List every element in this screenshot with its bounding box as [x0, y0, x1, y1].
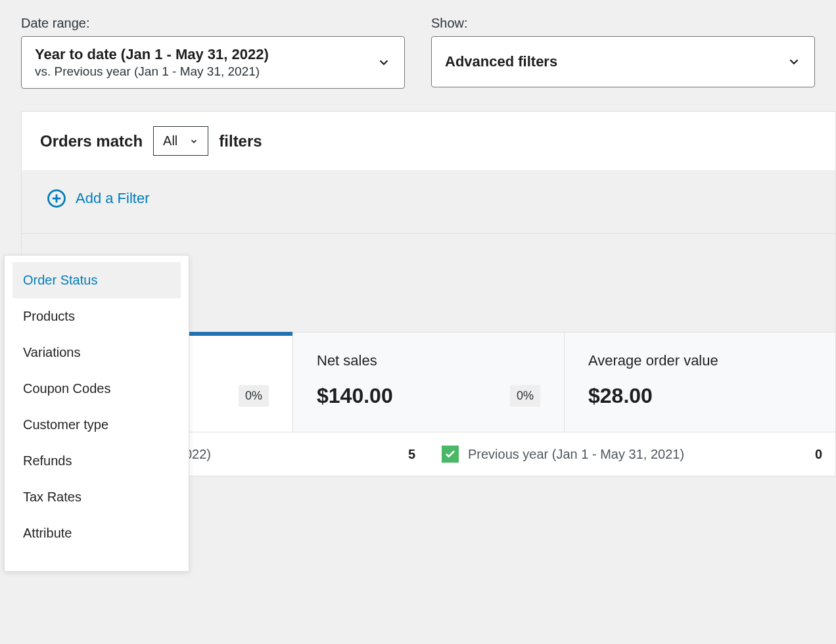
stat-title: Net sales: [317, 352, 540, 369]
show-value: Advanced filters: [445, 53, 557, 70]
chevron-down-icon: [189, 137, 198, 146]
match-mode-value: All: [163, 133, 177, 149]
filter-menu-item-coupon-codes[interactable]: Coupon Codes: [12, 371, 181, 407]
match-mode-select[interactable]: All: [153, 126, 208, 156]
chevron-down-icon: [787, 55, 801, 69]
show-dropdown[interactable]: Advanced filters: [431, 36, 815, 87]
filter-menu-item-variations[interactable]: Variations: [12, 334, 181, 371]
filter-menu-item-attribute[interactable]: Attribute: [12, 515, 181, 551]
compare-previous-value: 0: [815, 447, 822, 462]
show-label: Show:: [431, 16, 815, 31]
filter-menu-item-refunds[interactable]: Refunds: [12, 443, 181, 479]
date-range-title: Year to date (Jan 1 - May 31, 2022): [35, 46, 269, 63]
stat-pct-badge: 0%: [510, 385, 540, 407]
date-range-dropdown[interactable]: Year to date (Jan 1 - May 31, 2022) vs. …: [21, 36, 405, 89]
filter-type-menu: Order Status Products Variations Coupon …: [4, 255, 189, 572]
filter-menu-item-products[interactable]: Products: [12, 298, 181, 334]
date-range-subtitle: vs. Previous year (Jan 1 - May 31, 2021): [35, 64, 269, 79]
compare-previous-label: Previous year (Jan 1 - May 31, 2021): [468, 447, 684, 462]
filter-menu-item-order-status[interactable]: Order Status: [12, 262, 181, 298]
check-icon: [442, 446, 459, 463]
stat-value: $140.00: [317, 384, 393, 408]
plus-circle-icon: [47, 189, 66, 208]
match-prefix: Orders match: [40, 132, 143, 150]
filter-menu-item-tax-rates[interactable]: Tax Rates: [12, 479, 181, 515]
stat-card-avg-order-value[interactable]: Average order value $28.00: [565, 333, 835, 432]
add-filter-button[interactable]: Add a Filter: [76, 190, 150, 207]
stat-card-net-sales[interactable]: Net sales $140.00 0%: [293, 333, 565, 432]
date-range-label: Date range:: [21, 16, 405, 31]
stat-pct-badge: 0%: [239, 385, 269, 407]
stat-title: Average order value: [588, 352, 812, 369]
filter-menu-item-customer-type[interactable]: Customer type: [12, 407, 181, 443]
compare-current-value: 5: [408, 447, 415, 462]
match-filters-row: Orders match All filters: [22, 112, 835, 170]
stat-value: $28.00: [588, 384, 653, 408]
match-suffix: filters: [219, 132, 262, 150]
chevron-down-icon: [377, 55, 391, 70]
